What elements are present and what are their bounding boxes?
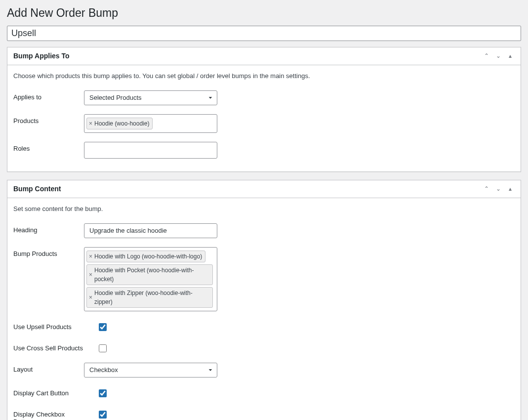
roles-label: Roles xyxy=(13,142,84,152)
applies-to-select[interactable]: Selected Products xyxy=(84,90,217,105)
collapse-icon[interactable]: ▴ xyxy=(506,184,515,193)
heading-input[interactable] xyxy=(84,223,217,238)
panel-bump-content: Bump Content ⌃ ⌄ ▴ Set some content for … xyxy=(7,180,521,420)
panel-title: Bump Content xyxy=(13,185,61,193)
layout-select[interactable]: Checkbox xyxy=(84,363,217,378)
display-checkbox-checkbox[interactable] xyxy=(99,411,107,419)
panel-description: Choose which products this bump applies … xyxy=(13,71,515,86)
products-multiselect[interactable]: × Hoodie (woo-hoodie) xyxy=(84,114,217,133)
use-cross-sell-checkbox[interactable] xyxy=(99,344,107,352)
panel-header: Bump Content ⌃ ⌄ ▴ xyxy=(7,180,521,198)
bump-product-tag-label: Hoodie with Logo (woo-hoodie-with-logo) xyxy=(94,252,202,261)
page-title: Add New Order Bump xyxy=(0,0,528,26)
tag-remove-icon[interactable]: × xyxy=(89,252,92,261)
bump-products-multiselect[interactable]: × Hoodie with Logo (woo-hoodie-with-logo… xyxy=(84,247,217,311)
product-tag-label: Hoodie (woo-hoodie) xyxy=(94,119,149,128)
collapse-icon[interactable]: ▴ xyxy=(506,51,515,60)
applies-to-label: Applies to xyxy=(13,90,84,101)
roles-multiselect[interactable] xyxy=(84,142,217,159)
use-upsell-checkbox[interactable] xyxy=(99,323,107,331)
display-checkbox-label: Display Checkbox Button xyxy=(13,408,84,420)
move-down-icon[interactable]: ⌄ xyxy=(494,184,503,193)
bump-product-tag: × Hoodie with Zipper (woo-hoodie-with-zi… xyxy=(86,287,213,308)
title-input[interactable] xyxy=(7,26,521,41)
bump-products-label: Bump Products xyxy=(13,247,84,257)
move-up-icon[interactable]: ⌃ xyxy=(482,184,491,193)
move-up-icon[interactable]: ⌃ xyxy=(482,51,491,60)
tag-remove-icon[interactable]: × xyxy=(89,270,92,279)
bump-product-tag-label: Hoodie with Pocket (woo-hoodie-with-pock… xyxy=(94,266,209,284)
tag-remove-icon[interactable]: × xyxy=(89,293,92,302)
product-tag: × Hoodie (woo-hoodie) xyxy=(86,118,153,129)
panel-header: Bump Applies To ⌃ ⌄ ▴ xyxy=(7,47,521,65)
panel-description: Set some content for the bump. xyxy=(13,204,515,219)
products-label: Products xyxy=(13,114,84,125)
tag-remove-icon[interactable]: × xyxy=(89,119,92,128)
use-upsell-label: Use Upsell Products xyxy=(13,320,84,331)
display-cart-checkbox[interactable] xyxy=(99,389,107,397)
bump-product-tag-label: Hoodie with Zipper (woo-hoodie-with-zipp… xyxy=(94,289,209,306)
heading-label: Heading xyxy=(13,223,84,234)
move-down-icon[interactable]: ⌄ xyxy=(494,51,503,60)
panel-title: Bump Applies To xyxy=(13,52,70,60)
use-cross-sell-label: Use Cross Sell Products xyxy=(13,341,84,352)
layout-label: Layout xyxy=(13,363,84,373)
display-cart-label: Display Cart Button xyxy=(13,386,84,397)
bump-product-tag: × Hoodie with Pocket (woo-hoodie-with-po… xyxy=(86,264,213,285)
panel-bump-applies-to: Bump Applies To ⌃ ⌄ ▴ Choose which produ… xyxy=(7,47,521,172)
bump-product-tag: × Hoodie with Logo (woo-hoodie-with-logo… xyxy=(86,251,205,262)
